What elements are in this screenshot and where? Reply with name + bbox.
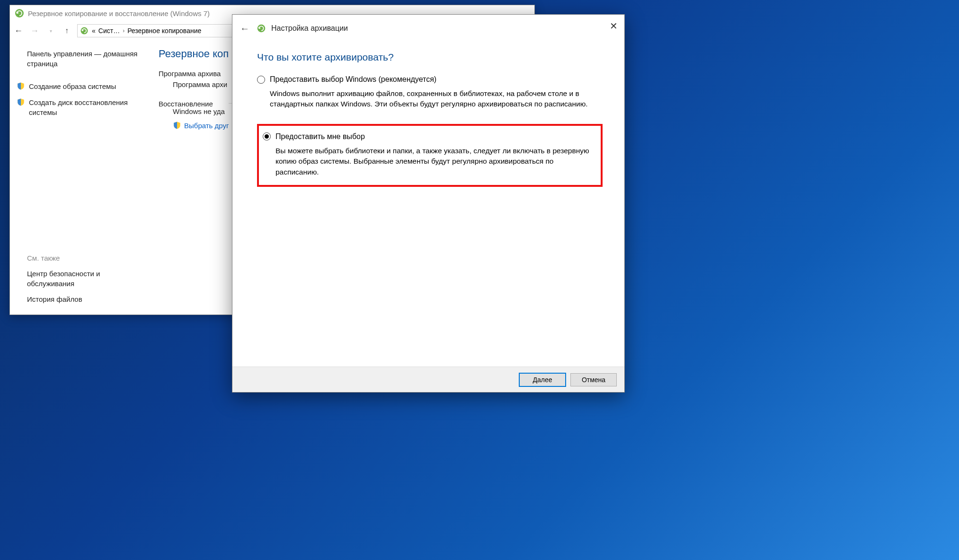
dialog-title: Настройка архивации [256,23,348,34]
shield-icon [17,82,25,90]
task-label: Создание образа системы [29,82,116,91]
cancel-button[interactable]: Отмена [570,373,617,386]
radio-unchecked-icon[interactable] [257,76,265,84]
nav-forward-button: → [29,25,40,36]
option-let-windows-choose[interactable]: Предоставить выбор Windows (рекомендуетс… [257,75,603,110]
backup-restore-icon [256,23,266,34]
nav-history-dropdown[interactable]: ▾ [45,25,56,36]
breadcrumb-segment[interactable]: « Сист… › [92,27,124,35]
svg-point-2 [258,25,266,33]
option-description: Windows выполнит архивацию файлов, сохра… [270,88,600,110]
next-button[interactable]: Далее [519,373,566,386]
backup-restore-icon [14,8,25,19]
nav-up-button[interactable]: ↑ [61,25,72,36]
chevron-down-icon: ▾ [50,28,52,34]
see-also-file-history[interactable]: История файлов [27,294,143,304]
highlighted-selection: Предоставить мне выбор Вы можете выбрать… [257,124,603,187]
backup-restore-icon [80,26,89,35]
arrow-left-icon: ← [240,23,249,34]
window-title: Резервное копирование и восстановление (… [28,9,210,18]
radio-checked-icon[interactable] [263,132,271,140]
dialog-back-button[interactable]: ← [239,23,250,34]
breadcrumb-label: Сист… [98,27,120,35]
task-create-recovery-disk[interactable]: Создать диск восстановления системы [17,98,143,117]
option-let-me-choose[interactable]: Предоставить мне выбор Вы можете выбрать… [263,132,595,177]
sidebar: Панель управления — домашняя страница Со… [10,40,150,315]
dialog-heading: Что вы хотите архивировать? [257,52,603,63]
task-create-system-image[interactable]: Создание образа системы [17,82,143,91]
svg-point-1 [81,27,88,35]
breadcrumb-prefix: « [92,27,96,35]
breadcrumb-segment[interactable]: Резервное копирование [127,27,201,35]
arrow-right-icon: → [30,26,39,36]
shield-icon [173,121,181,130]
svg-point-0 [15,9,24,18]
shield-icon [17,98,25,106]
dialog-close-button[interactable]: ✕ [610,20,618,32]
option-label: Предоставить выбор Windows (рекомендуетс… [270,75,436,84]
see-also-security-center[interactable]: Центр безопасности и обслуживания [27,269,143,289]
dialog-body: Что вы хотите архивировать? Предоставить… [232,42,624,187]
dialog-footer: Далее Отмена [232,367,624,392]
dialog-header: ← Настройка архивации ✕ [232,15,624,42]
see-also-heading: См. также [27,254,143,262]
option-label: Предоставить мне выбор [275,132,365,141]
arrow-up-icon: ↑ [65,26,69,35]
control-panel-home-link[interactable]: Панель управления — домашняя страница [27,49,143,69]
nav-back-button[interactable]: ← [13,25,24,36]
close-icon: ✕ [610,21,618,31]
option-description: Вы можете выбрать библиотеки и папки, а … [275,146,592,177]
task-label: Создать диск восстановления системы [29,98,143,117]
link-label: Выбрать друг [184,122,229,130]
backup-setup-dialog: ← Настройка архивации ✕ Что вы хотите ар… [232,14,625,393]
breadcrumb-label: Резервное копирование [127,27,201,35]
dialog-title-text: Настройка архивации [271,24,348,33]
button-label: Отмена [582,376,605,384]
button-label: Далее [533,376,552,384]
arrow-left-icon: ← [14,26,23,36]
chevron-right-icon: › [123,27,124,34]
